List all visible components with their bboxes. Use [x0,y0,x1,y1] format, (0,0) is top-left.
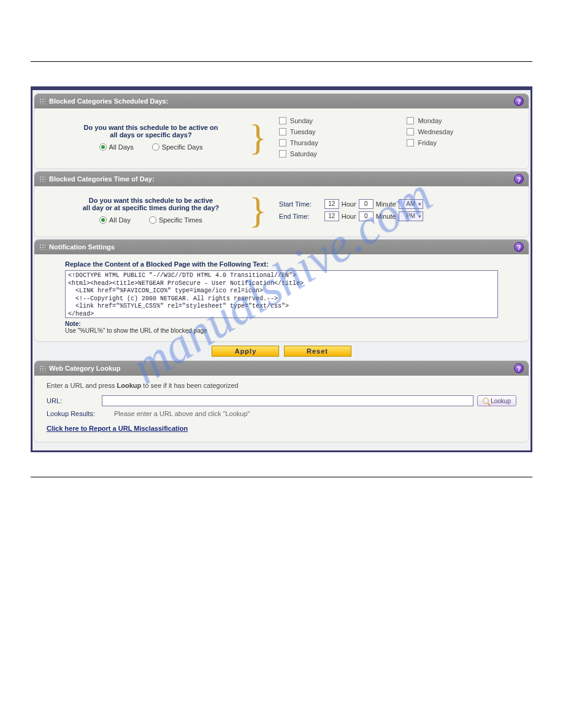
panel-time-of-day: Blocked Categories Time of Day: ? Do you… [34,171,529,237]
radio-label: Specific Days [162,143,203,151]
day-label: Sunday [290,117,313,124]
end-minute-input[interactable]: 0 [359,211,373,221]
lookup-button[interactable]: Lookup [477,395,516,406]
app-frame: Blocked Categories Scheduled Days: ? Do … [31,86,532,452]
time-question-line2: all day or at specific times during the … [53,204,249,211]
help-icon[interactable]: ? [514,96,524,106]
panel-title: Blocked Categories Time of Day: [49,175,155,183]
help-icon[interactable]: ? [514,363,524,373]
search-icon [483,398,489,404]
time-question-line1: Do you want this schedule to be active [53,197,249,204]
report-misclassification-link[interactable]: Click here to Report a URL Misclassifica… [47,425,188,432]
panel-title: Notification Settings [49,243,115,251]
start-ampm-select[interactable]: AM [399,199,423,209]
hour-label: Hour [342,213,356,220]
notification-textarea[interactable]: <!DOCTYPE HTML PUBLIC "-//W3C//DTD HTML … [65,270,498,318]
hour-label: Hour [342,200,356,208]
results-label: Lookup Results: [47,410,114,417]
grip-icon [39,98,45,104]
day-label: Thursday [290,139,318,146]
radio-specific-times[interactable]: Specific Times [149,216,202,224]
panel-notification: Notification Settings ? Replace the Cont… [34,239,529,342]
panel-title: Web Category Lookup [49,365,121,372]
checkbox-friday[interactable] [407,139,414,146]
day-label: Wednesday [418,128,453,135]
start-time-label: Start Time: [279,200,322,208]
checkbox-saturday[interactable] [279,150,286,157]
radio-all-day[interactable]: All Day [99,216,131,224]
lookup-intro: Enter a URL and press Lookup to see if i… [47,382,516,389]
grip-icon [39,176,45,182]
minute-label: Minute [376,200,396,208]
day-label: Tuesday [290,128,316,135]
results-text: Please enter a URL above and click "Look… [114,410,250,417]
notification-label: Replace the Content of a Blocked Page wi… [65,260,498,268]
start-minute-input[interactable]: 0 [359,199,373,209]
radio-label: All Days [109,143,134,151]
note-label: Note: [65,320,81,327]
start-hour-input[interactable]: 12 [324,199,339,209]
panel-title: Blocked Categories Scheduled Days: [49,97,168,105]
brace-icon: } [249,195,267,226]
grip-icon [39,365,45,371]
url-label: URL: [47,397,102,404]
apply-button[interactable]: Apply [212,346,279,357]
lookup-btn-label: Lookup [491,398,511,404]
radio-all-days[interactable]: All Days [99,143,134,151]
day-label: Monday [418,117,442,124]
days-question-line1: Do you want this schedule to be active o… [53,124,249,131]
reset-button[interactable]: Reset [284,346,351,357]
days-question-line2: all days or specific days? [53,131,249,138]
day-label: Saturday [290,150,317,157]
end-ampm-select[interactable]: PM [399,211,423,221]
note-text: Use "%URL%" to show the URL of the block… [65,327,207,334]
help-icon[interactable]: ? [514,242,524,252]
minute-label: Minute [376,213,396,220]
checkbox-wednesday[interactable] [407,128,414,135]
help-icon[interactable]: ? [514,174,524,184]
brace-icon: } [249,122,267,153]
checkbox-sunday[interactable] [279,117,286,124]
url-input[interactable] [102,395,473,406]
radio-specific-days[interactable]: Specific Days [152,143,203,151]
end-time-label: End Time: [279,213,322,220]
grip-icon [39,244,45,250]
end-hour-input[interactable]: 12 [324,211,339,221]
checkbox-monday[interactable] [407,117,414,124]
checkbox-thursday[interactable] [279,139,286,146]
checkbox-tuesday[interactable] [279,128,286,135]
panel-scheduled-days: Blocked Categories Scheduled Days: ? Do … [34,93,529,169]
radio-label: All Day [109,216,131,224]
day-label: Friday [418,139,437,146]
panel-web-category-lookup: Web Category Lookup ? Enter a URL and pr… [34,360,529,442]
radio-label: Specific Times [159,216,202,224]
